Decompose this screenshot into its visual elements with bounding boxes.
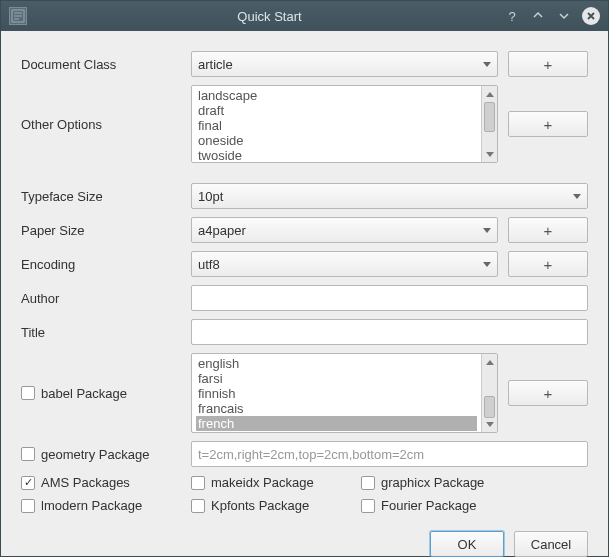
babel-listbox[interactable]: english farsi finnish francais french [191,353,498,433]
other-options-add-button[interactable] [508,111,588,137]
maximize-button[interactable] [556,8,572,24]
ams-checkbox[interactable]: AMS Packages [21,475,181,490]
babel-checkbox[interactable]: babel Package [21,386,181,401]
list-item[interactable]: english [196,356,477,371]
close-button[interactable] [582,7,600,25]
geometry-input[interactable]: t=2cm,right=2cm,top=2cm,bottom=2cm [191,441,588,467]
typeface-size-dropdown[interactable]: 10pt [191,183,588,209]
scroll-up-icon[interactable] [482,354,497,370]
document-class-value: article [198,57,483,72]
document-class-add-button[interactable] [508,51,588,77]
author-input[interactable] [191,285,588,311]
scrollbar[interactable] [481,354,497,432]
checkbox-icon [191,499,205,513]
encoding-add-button[interactable] [508,251,588,277]
babel-label: babel Package [41,386,127,401]
document-class-label: Document Class [21,57,181,72]
babel-add-button[interactable] [508,380,588,406]
checkbox-icon [21,499,35,513]
list-item[interactable]: finnish [196,386,477,401]
geometry-label: geometry Package [41,447,149,462]
app-icon [9,7,27,25]
encoding-label: Encoding [21,257,181,272]
typeface-size-label: Typeface Size [21,189,181,204]
checkbox-icon [21,447,35,461]
checkbox-icon [21,476,35,490]
fourier-label: Fourier Package [381,498,476,513]
geometry-checkbox[interactable]: geometry Package [21,447,181,462]
dialog-buttons: OK Cancel [1,525,608,557]
checkbox-icon [361,499,375,513]
makeidx-checkbox[interactable]: makeidx Package [191,475,341,490]
kpfonts-checkbox[interactable]: Kpfonts Package [191,498,341,513]
lmodern-checkbox[interactable]: lmodern Package [21,498,181,513]
list-item[interactable]: oneside [196,133,477,148]
graphicx-checkbox[interactable]: graphicx Package [361,475,511,490]
ams-label: AMS Packages [41,475,130,490]
scroll-down-icon[interactable] [482,146,497,162]
paper-size-dropdown[interactable]: a4paper [191,217,498,243]
geometry-value: t=2cm,right=2cm,top=2cm,bottom=2cm [198,447,424,462]
cancel-button[interactable]: Cancel [514,531,588,557]
makeidx-label: makeidx Package [211,475,314,490]
ok-button[interactable]: OK [430,531,504,557]
quick-start-dialog: Quick Start ? Document Class article Oth… [0,0,609,557]
checkbox-icon [361,476,375,490]
checkbox-icon [191,476,205,490]
scroll-thumb[interactable] [484,102,495,132]
scrollbar[interactable] [481,86,497,162]
title-input[interactable] [191,319,588,345]
paper-size-add-button[interactable] [508,217,588,243]
paper-size-value: a4paper [198,223,483,238]
list-item[interactable]: farsi [196,371,477,386]
other-options-listbox[interactable]: landscape draft final oneside twoside [191,85,498,163]
kpfonts-label: Kpfonts Package [211,498,309,513]
encoding-dropdown[interactable]: utf8 [191,251,498,277]
encoding-value: utf8 [198,257,483,272]
chevron-down-icon [573,194,581,199]
graphicx-label: graphicx Package [381,475,484,490]
list-item[interactable]: francais [196,401,477,416]
list-item[interactable]: final [196,118,477,133]
titlebar: Quick Start ? [1,1,608,31]
chevron-down-icon [483,228,491,233]
typeface-size-value: 10pt [198,189,573,204]
list-item[interactable]: french [196,416,477,431]
other-options-label: Other Options [21,117,181,132]
chevron-down-icon [483,262,491,267]
chevron-down-icon [483,62,491,67]
author-label: Author [21,291,181,306]
fourier-checkbox[interactable]: Fourier Package [361,498,511,513]
scroll-thumb[interactable] [484,396,495,418]
lmodern-label: lmodern Package [41,498,142,513]
scroll-up-icon[interactable] [482,86,497,102]
document-class-dropdown[interactable]: article [191,51,498,77]
checkbox-icon [21,386,35,400]
window-title: Quick Start [35,9,504,24]
titlebar-controls: ? [504,7,600,25]
list-item[interactable]: landscape [196,88,477,103]
paper-size-label: Paper Size [21,223,181,238]
list-item[interactable]: draft [196,103,477,118]
babel-items: english farsi finnish francais french [192,354,481,432]
other-options-items: landscape draft final oneside twoside [192,86,481,162]
scroll-down-icon[interactable] [482,416,497,432]
help-button[interactable]: ? [504,8,520,24]
title-label: Title [21,325,181,340]
list-item[interactable]: twoside [196,148,477,162]
minimize-button[interactable] [530,8,546,24]
